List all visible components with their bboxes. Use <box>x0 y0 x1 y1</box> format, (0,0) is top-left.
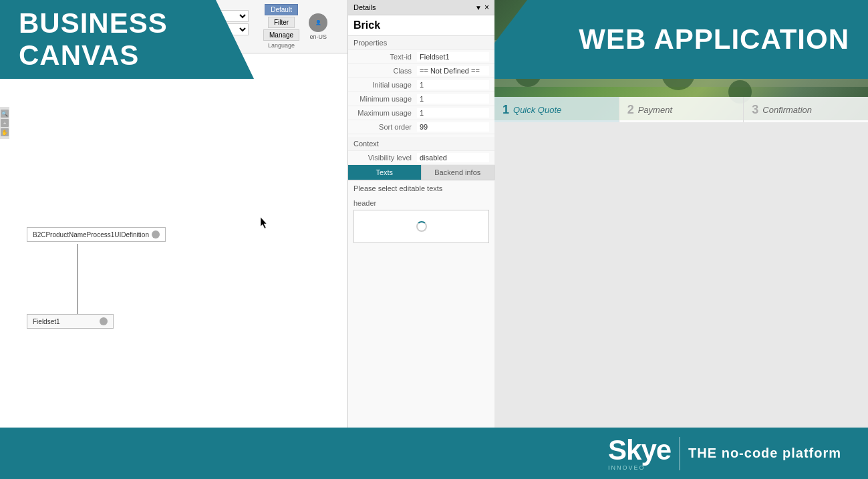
tagline-text: THE no-code platform <box>688 446 841 461</box>
top-section: ○ ⁞⁞ ⁞⁞ ⁞⁞ ○ <> ◁ △ ⟲ ⟳ 👤 📄 <box>0 0 868 428</box>
step-1-label: Quick Quote <box>513 105 561 115</box>
locale-badge: 👤 en-US <box>309 13 327 40</box>
header-input-area[interactable] <box>353 210 489 243</box>
details-panel: Details ▼ × Brick Properties Text-id Fie… <box>347 0 494 428</box>
prop-value-text-id: Fieldset1 <box>417 52 489 61</box>
skye-brand: Skye INNOVEO <box>608 436 671 471</box>
prop-label-initial: Initial usage <box>353 81 417 89</box>
prop-value-sort: 99 <box>417 122 489 132</box>
cursor <box>261 217 267 228</box>
prop-label-visibility: Visibility level <box>353 154 417 162</box>
footer: Skye INNOVEO THE no-code platform <box>0 428 868 479</box>
language-label: Language <box>268 42 295 49</box>
skye-text: Skye <box>608 436 671 464</box>
step-1[interactable]: 1 Quick Quote <box>494 97 619 122</box>
header-field-label: header <box>353 198 489 208</box>
prop-row-visibility: Visibility level disabled <box>348 151 494 165</box>
node-fieldset-handle[interactable] <box>100 317 108 325</box>
prop-value-visibility: disabled <box>417 153 489 162</box>
panel-header: Details ▼ × <box>348 0 494 15</box>
prop-label-maximum: Maximum usage <box>353 109 417 117</box>
toolbar-group-default: Default Filter Manage Language <box>258 7 305 47</box>
connector-line <box>77 244 78 314</box>
prop-label-class: Class <box>353 67 417 75</box>
zoom-in-icon[interactable]: 🔍 <box>1 110 9 118</box>
node-fieldset[interactable]: Fieldset1 <box>27 314 114 329</box>
tab-backend[interactable]: Backend infos <box>422 165 495 180</box>
prop-row-class: Class == Not Defined == <box>348 64 494 78</box>
main-container: ○ ⁞⁞ ⁞⁞ ⁞⁞ ○ <> ◁ △ ⟲ ⟳ 👤 📄 <box>0 0 868 479</box>
prop-value-minimum: 1 <box>417 94 489 104</box>
step-2-label: Payment <box>638 105 672 115</box>
please-select-text: Please select editable texts <box>353 184 489 192</box>
minimize-button[interactable]: ▼ <box>475 3 482 12</box>
innoveo-text: INNOVEO <box>608 464 671 471</box>
prop-value-maximum: 1 <box>417 108 489 118</box>
step-3[interactable]: 3 Confirmation <box>744 97 868 122</box>
prop-label-text-id: Text-id <box>353 53 417 61</box>
prop-row-sort: Sort order 99 <box>348 120 494 134</box>
business-canvas-title: BUSINESS CANVAS <box>19 7 235 71</box>
left-panel: ○ ⁞⁞ ⁞⁞ ⁞⁞ ○ <> ◁ △ ⟲ ⟳ 👤 📄 <box>0 0 494 428</box>
properties-section-label: Properties <box>348 36 494 50</box>
prop-value-initial: 1 <box>417 80 489 90</box>
step-2-num: 2 <box>627 103 634 117</box>
step-3-num: 3 <box>752 103 758 117</box>
prop-row-minimum: Minimum usage 1 <box>348 92 494 106</box>
node-b2c[interactable]: B2CProductNameProcess1UIDefinition <box>27 227 166 242</box>
context-section-label: Context <box>348 137 494 151</box>
step-1-num: 1 <box>502 103 509 117</box>
locale-circle[interactable]: 👤 <box>309 13 327 32</box>
prop-row-maximum: Maximum usage 1 <box>348 106 494 120</box>
locale-value: en-US <box>309 33 327 40</box>
prop-row-initial: Initial usage 1 <box>348 78 494 92</box>
business-canvas-banner: BUSINESS CANVAS <box>0 0 254 79</box>
panel-brick-title: Brick <box>348 15 494 36</box>
steps-bar: 1 Quick Quote 2 Payment 3 Confirmation <box>494 97 868 122</box>
right-panel: 1 Quick Quote 2 Payment 3 Confirmation W… <box>494 0 868 428</box>
filter-button[interactable]: Filter <box>268 17 295 28</box>
pan-icon[interactable]: ✋ <box>1 128 9 136</box>
loading-spinner <box>416 221 427 232</box>
prop-label-minimum: Minimum usage <box>353 95 417 103</box>
locale-text: 👤 <box>315 20 321 25</box>
prop-label-sort: Sort order <box>353 123 417 131</box>
tabs-row: Texts Backend infos <box>348 165 494 180</box>
web-app-banner: WEB APPLICATION <box>494 0 868 79</box>
step-3-label: Confirmation <box>762 105 812 115</box>
side-toolbar: 🔍 + ✋ <box>0 107 9 139</box>
node-fieldset-label: Fieldset1 <box>33 318 60 325</box>
skye-logo: Skye INNOVEO THE no-code platform <box>608 436 841 471</box>
tab-texts[interactable]: Texts <box>348 165 422 180</box>
prop-row-text-id: Text-id Fieldset1 <box>348 50 494 64</box>
manage-button[interactable]: Manage <box>263 29 299 41</box>
node-b2c-label: B2CProductNameProcess1UIDefinition <box>33 231 149 238</box>
zoom-out-icon[interactable]: + <box>1 119 9 127</box>
node-b2c-handle[interactable] <box>152 230 160 238</box>
default-button[interactable]: Default <box>265 4 298 15</box>
tab-content: Please select editable texts header <box>348 180 494 428</box>
panel-header-label: Details <box>353 3 376 11</box>
web-app-title: WEB APPLICATION <box>579 23 849 55</box>
footer-divider <box>679 437 680 470</box>
step-2[interactable]: 2 Payment <box>619 97 744 122</box>
close-button[interactable]: × <box>484 3 489 12</box>
prop-value-class: == Not Defined == <box>417 66 489 75</box>
